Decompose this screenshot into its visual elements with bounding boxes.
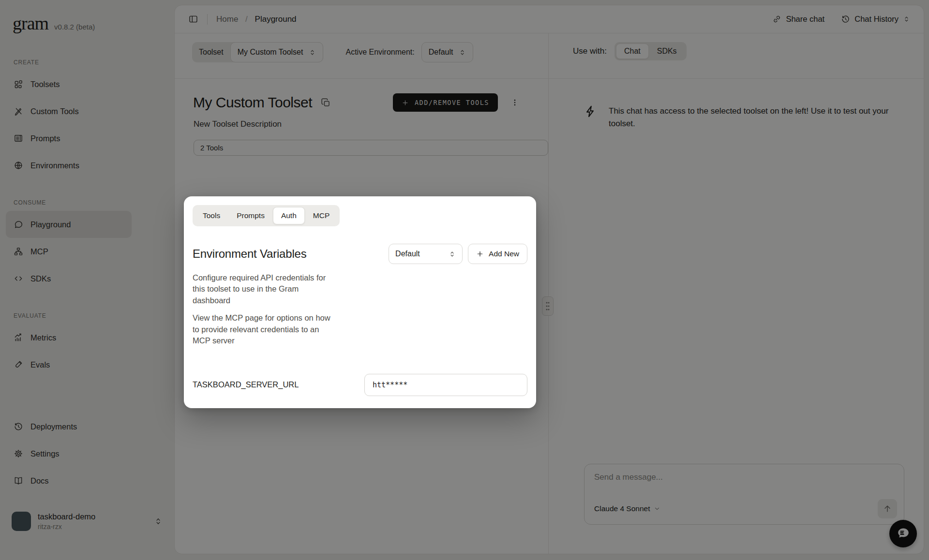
tab-prompts[interactable]: Prompts xyxy=(228,207,273,224)
plus-icon xyxy=(476,250,484,258)
toolset-detail-modal: Tools Prompts Auth MCP Environment Varia… xyxy=(184,196,536,408)
add-new-button[interactable]: Add New xyxy=(468,244,527,264)
add-new-label: Add New xyxy=(489,250,519,258)
env-select-value: Default xyxy=(395,250,449,258)
env-vars-controls: Default Add New xyxy=(389,244,527,264)
env-var-name: TASKBOARD_SERVER_URL xyxy=(193,380,364,389)
env-var-row: TASKBOARD_SERVER_URL xyxy=(193,374,527,396)
env-var-value-input[interactable] xyxy=(364,374,527,396)
env-vars-description-2: View the MCP page for options on how to … xyxy=(193,312,338,346)
env-vars-heading: Environment Variables xyxy=(193,247,364,261)
modal-tabbar: Tools Prompts Auth MCP xyxy=(193,205,340,226)
tab-tools[interactable]: Tools xyxy=(195,207,228,224)
tab-auth[interactable]: Auth xyxy=(273,207,305,224)
env-vars-header-row: Environment Variables Default Add New xyxy=(193,244,527,264)
env-vars-description-1: Configure required API credentials for t… xyxy=(193,272,338,306)
env-select[interactable]: Default xyxy=(389,244,463,264)
tab-mcp[interactable]: MCP xyxy=(305,207,338,224)
chevron-updown-icon xyxy=(449,251,456,258)
